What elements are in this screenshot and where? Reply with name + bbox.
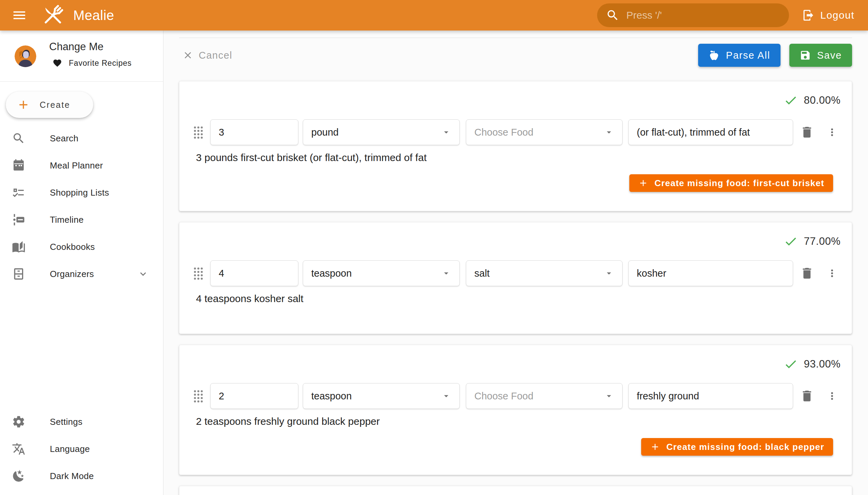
search-icon bbox=[12, 132, 25, 145]
sidebar-item-timeline[interactable]: Timeline bbox=[0, 206, 163, 233]
quantity-input[interactable] bbox=[219, 268, 290, 279]
kebab-menu-icon[interactable] bbox=[826, 266, 838, 280]
food-select[interactable]: salt bbox=[466, 260, 623, 286]
sidebar-item-language[interactable]: Language bbox=[0, 435, 163, 462]
create-missing-food-button[interactable]: Create missing food: first-cut brisket bbox=[629, 174, 833, 192]
drag-handle-icon[interactable] bbox=[193, 125, 204, 140]
kebab-menu-icon[interactable] bbox=[826, 125, 838, 139]
dropdown-arrow-icon bbox=[441, 268, 451, 278]
food-value: salt bbox=[474, 268, 604, 279]
logout-icon bbox=[802, 9, 815, 22]
create-button[interactable]: Create bbox=[6, 91, 93, 118]
quantity-field bbox=[210, 260, 299, 286]
timeline-icon bbox=[12, 213, 25, 226]
confidence-indicator: 77.00% bbox=[180, 222, 852, 250]
checklist-icon bbox=[12, 186, 25, 199]
cancel-button[interactable]: Cancel bbox=[179, 47, 236, 64]
logout-label: Logout bbox=[820, 10, 854, 21]
parse-all-button[interactable]: Parse All bbox=[698, 44, 781, 67]
heart-icon bbox=[53, 58, 62, 68]
unit-value: teaspoon bbox=[311, 391, 441, 402]
quantity-input[interactable] bbox=[219, 127, 290, 138]
sidebar-item-dark-mode[interactable]: Dark Mode bbox=[0, 462, 163, 490]
app-title: Mealie bbox=[73, 8, 114, 23]
sidebar-item-settings[interactable]: Settings bbox=[0, 408, 163, 435]
cabinet-icon bbox=[12, 267, 25, 281]
sidebar-item-shopping-lists[interactable]: Shopping Lists bbox=[0, 179, 163, 206]
ingredient-input-row: teaspoon Choose Food bbox=[180, 383, 852, 409]
favorite-recipes-link[interactable]: Favorite Recipes bbox=[53, 58, 132, 68]
note-input[interactable] bbox=[637, 268, 785, 279]
dropdown-arrow-icon bbox=[604, 268, 614, 278]
drag-handle-icon[interactable] bbox=[193, 389, 204, 404]
food-placeholder: Choose Food bbox=[474, 127, 604, 138]
confidence-indicator: 93.00% bbox=[180, 345, 852, 373]
sidebar-item-cookbooks[interactable]: Cookbooks bbox=[0, 233, 163, 260]
logout-button[interactable]: Logout bbox=[802, 9, 854, 22]
favorite-recipes-label: Favorite Recipes bbox=[69, 59, 132, 68]
avatar[interactable] bbox=[15, 46, 36, 67]
note-input[interactable] bbox=[637, 391, 785, 402]
parse-all-label: Parse All bbox=[726, 50, 770, 61]
create-button-label: Create bbox=[40, 100, 70, 110]
note-input[interactable] bbox=[637, 127, 785, 138]
check-icon bbox=[784, 234, 798, 249]
menu-icon[interactable] bbox=[12, 7, 27, 23]
plus-icon bbox=[650, 442, 660, 452]
unit-select[interactable]: pound bbox=[303, 119, 460, 145]
user-name: Change Me bbox=[49, 41, 103, 53]
ingredient-input-row: teaspoon salt bbox=[180, 260, 852, 286]
delete-icon[interactable] bbox=[800, 266, 814, 280]
app-bar: Mealie Logout bbox=[0, 0, 868, 31]
confidence-indicator: 80.00% bbox=[180, 81, 852, 109]
save-icon bbox=[800, 50, 811, 61]
food-placeholder: Choose Food bbox=[474, 391, 604, 402]
gear-icon bbox=[12, 415, 25, 429]
close-icon bbox=[183, 50, 193, 61]
calendar-icon bbox=[12, 159, 25, 172]
top-divider bbox=[179, 38, 852, 38]
original-ingredient-text: 3 pounds first-cut brisket (or flat-cut)… bbox=[196, 152, 852, 164]
save-button[interactable]: Save bbox=[789, 44, 852, 67]
drag-handle-icon[interactable] bbox=[193, 266, 204, 281]
moon-icon bbox=[12, 469, 25, 483]
dropdown-arrow-icon bbox=[441, 127, 451, 137]
quantity-input[interactable] bbox=[219, 391, 290, 402]
confidence-value: 77.00% bbox=[804, 235, 840, 248]
note-field bbox=[628, 260, 793, 286]
kebab-menu-icon[interactable] bbox=[826, 389, 838, 403]
search-icon bbox=[606, 8, 619, 22]
translate-icon bbox=[12, 442, 25, 456]
sidebar-item-meal-planner[interactable]: Meal Planner bbox=[0, 152, 163, 179]
delete-icon[interactable] bbox=[800, 389, 814, 403]
create-missing-food-button[interactable]: Create missing food: black pepper bbox=[641, 438, 833, 456]
unit-select[interactable]: teaspoon bbox=[303, 260, 460, 286]
sidebar-item-search[interactable]: Search bbox=[0, 125, 163, 152]
search-input[interactable] bbox=[626, 10, 780, 21]
unit-value: pound bbox=[311, 127, 441, 138]
plus-icon bbox=[17, 98, 30, 112]
note-field bbox=[628, 119, 793, 145]
dropdown-arrow-icon bbox=[604, 127, 614, 137]
sidebar-nav: Search Meal Planner Shopping Lists Timel… bbox=[0, 125, 163, 288]
book-open-icon bbox=[12, 240, 25, 254]
cancel-label: Cancel bbox=[199, 50, 232, 61]
ingredient-card: 77.00% teaspoon salt bbox=[179, 222, 852, 334]
quantity-field bbox=[210, 119, 299, 145]
sidebar-item-organizers[interactable]: Organizers bbox=[0, 260, 163, 288]
mealie-logo-icon bbox=[40, 2, 66, 28]
note-field bbox=[628, 383, 793, 409]
food-select[interactable]: Choose Food bbox=[466, 119, 623, 145]
main-content: Cancel Parse All Save 80.00% bbox=[164, 31, 868, 495]
save-label: Save bbox=[817, 50, 842, 61]
dropdown-arrow-icon bbox=[604, 391, 614, 401]
ingredient-card: 93.00% teaspoon Choose Food bbox=[179, 345, 852, 475]
food-select[interactable]: Choose Food bbox=[466, 383, 623, 409]
unit-select[interactable]: teaspoon bbox=[303, 383, 460, 409]
dropdown-arrow-icon bbox=[441, 391, 451, 401]
sidebar-footer: Settings Language Dark Mode bbox=[0, 408, 163, 490]
search-bar[interactable] bbox=[597, 3, 789, 27]
unit-value: teaspoon bbox=[311, 268, 441, 279]
delete-icon[interactable] bbox=[800, 125, 814, 139]
apple-icon bbox=[708, 50, 720, 61]
